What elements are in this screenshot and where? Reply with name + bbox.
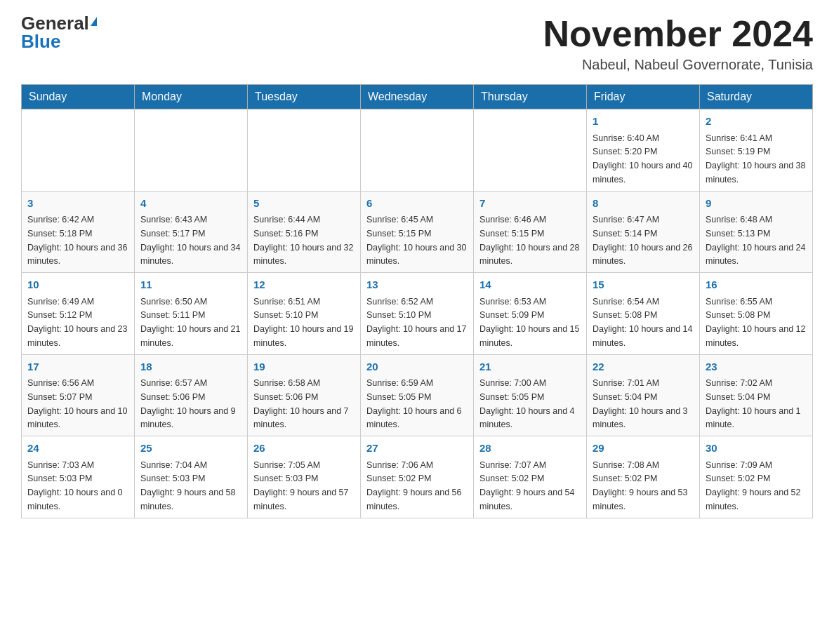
day-info: Sunrise: 6:51 AM Sunset: 5:10 PM Dayligh… bbox=[253, 297, 353, 348]
day-number: 24 bbox=[27, 441, 128, 457]
logo-triangle-icon bbox=[91, 17, 97, 26]
month-title: November 2024 bbox=[543, 14, 813, 54]
calendar-cell: 26Sunrise: 7:05 AM Sunset: 5:03 PM Dayli… bbox=[248, 436, 361, 518]
day-info: Sunrise: 6:45 AM Sunset: 5:15 PM Dayligh… bbox=[366, 215, 466, 266]
day-info: Sunrise: 6:46 AM Sunset: 5:15 PM Dayligh… bbox=[479, 215, 579, 266]
calendar-week-row: 3Sunrise: 6:42 AM Sunset: 5:18 PM Daylig… bbox=[22, 191, 813, 273]
day-info: Sunrise: 6:44 AM Sunset: 5:16 PM Dayligh… bbox=[253, 215, 353, 266]
day-number: 23 bbox=[706, 359, 807, 375]
day-info: Sunrise: 6:49 AM Sunset: 5:12 PM Dayligh… bbox=[27, 297, 127, 348]
calendar-cell: 17Sunrise: 6:56 AM Sunset: 5:07 PM Dayli… bbox=[22, 354, 135, 436]
calendar-cell: 7Sunrise: 6:46 AM Sunset: 5:15 PM Daylig… bbox=[474, 191, 587, 273]
calendar-cell: 14Sunrise: 6:53 AM Sunset: 5:09 PM Dayli… bbox=[474, 273, 587, 355]
title-block: November 2024 Nabeul, Nabeul Governorate… bbox=[543, 14, 813, 73]
calendar-cell: 11Sunrise: 6:50 AM Sunset: 5:11 PM Dayli… bbox=[135, 273, 248, 355]
day-number: 14 bbox=[479, 277, 581, 293]
day-number: 17 bbox=[27, 359, 128, 375]
day-info: Sunrise: 6:54 AM Sunset: 5:08 PM Dayligh… bbox=[593, 297, 692, 348]
calendar-cell: 13Sunrise: 6:52 AM Sunset: 5:10 PM Dayli… bbox=[361, 273, 474, 355]
day-of-week-header: Tuesday bbox=[248, 85, 361, 109]
day-info: Sunrise: 7:01 AM Sunset: 5:04 PM Dayligh… bbox=[593, 378, 688, 429]
calendar-cell: 10Sunrise: 6:49 AM Sunset: 5:12 PM Dayli… bbox=[22, 273, 135, 355]
day-number: 13 bbox=[366, 277, 468, 293]
calendar-cell: 19Sunrise: 6:58 AM Sunset: 5:06 PM Dayli… bbox=[248, 354, 361, 436]
day-info: Sunrise: 6:42 AM Sunset: 5:18 PM Dayligh… bbox=[27, 215, 127, 266]
calendar-cell: 16Sunrise: 6:55 AM Sunset: 5:08 PM Dayli… bbox=[700, 273, 813, 355]
day-number: 10 bbox=[27, 277, 128, 293]
day-number: 8 bbox=[593, 196, 694, 212]
day-of-week-header: Monday bbox=[135, 85, 248, 109]
calendar-cell: 8Sunrise: 6:47 AM Sunset: 5:14 PM Daylig… bbox=[587, 191, 700, 273]
day-number: 28 bbox=[479, 441, 581, 457]
calendar-cell: 22Sunrise: 7:01 AM Sunset: 5:04 PM Dayli… bbox=[587, 354, 700, 436]
day-number: 25 bbox=[140, 441, 241, 457]
day-number: 6 bbox=[366, 196, 468, 212]
day-number: 20 bbox=[366, 359, 468, 375]
logo-blue-text: Blue bbox=[21, 32, 60, 51]
day-info: Sunrise: 7:00 AM Sunset: 5:05 PM Dayligh… bbox=[479, 378, 575, 429]
day-info: Sunrise: 7:06 AM Sunset: 5:02 PM Dayligh… bbox=[366, 460, 462, 511]
day-info: Sunrise: 7:05 AM Sunset: 5:03 PM Dayligh… bbox=[253, 460, 349, 511]
day-info: Sunrise: 7:04 AM Sunset: 5:03 PM Dayligh… bbox=[140, 460, 236, 511]
day-info: Sunrise: 7:08 AM Sunset: 5:02 PM Dayligh… bbox=[593, 460, 688, 511]
day-info: Sunrise: 6:50 AM Sunset: 5:11 PM Dayligh… bbox=[140, 297, 240, 348]
day-info: Sunrise: 6:56 AM Sunset: 5:07 PM Dayligh… bbox=[27, 378, 127, 429]
day-info: Sunrise: 6:57 AM Sunset: 5:06 PM Dayligh… bbox=[140, 378, 236, 429]
day-number: 9 bbox=[706, 196, 807, 212]
calendar-cell: 5Sunrise: 6:44 AM Sunset: 5:16 PM Daylig… bbox=[248, 191, 361, 273]
day-number: 1 bbox=[593, 114, 694, 130]
calendar-cell: 30Sunrise: 7:09 AM Sunset: 5:02 PM Dayli… bbox=[700, 436, 813, 518]
calendar-table: SundayMondayTuesdayWednesdayThursdayFrid… bbox=[21, 84, 813, 518]
calendar-cell: 4Sunrise: 6:43 AM Sunset: 5:17 PM Daylig… bbox=[135, 191, 248, 273]
day-of-week-header: Saturday bbox=[700, 85, 813, 109]
calendar-cell: 21Sunrise: 7:00 AM Sunset: 5:05 PM Dayli… bbox=[474, 354, 587, 436]
day-info: Sunrise: 7:03 AM Sunset: 5:03 PM Dayligh… bbox=[27, 460, 123, 511]
calendar-week-row: 1Sunrise: 6:40 AM Sunset: 5:20 PM Daylig… bbox=[22, 109, 813, 192]
calendar-cell: 1Sunrise: 6:40 AM Sunset: 5:20 PM Daylig… bbox=[587, 109, 700, 192]
day-number: 22 bbox=[593, 359, 694, 375]
calendar-cell: 25Sunrise: 7:04 AM Sunset: 5:03 PM Dayli… bbox=[135, 436, 248, 518]
day-info: Sunrise: 7:09 AM Sunset: 5:02 PM Dayligh… bbox=[706, 460, 801, 511]
calendar-week-row: 10Sunrise: 6:49 AM Sunset: 5:12 PM Dayli… bbox=[22, 273, 813, 355]
day-number: 3 bbox=[27, 196, 128, 212]
day-number: 11 bbox=[140, 277, 241, 293]
calendar-cell: 23Sunrise: 7:02 AM Sunset: 5:04 PM Dayli… bbox=[700, 354, 813, 436]
day-number: 7 bbox=[479, 196, 581, 212]
calendar-week-row: 17Sunrise: 6:56 AM Sunset: 5:07 PM Dayli… bbox=[22, 354, 813, 436]
day-number: 27 bbox=[366, 441, 468, 457]
day-number: 12 bbox=[253, 277, 355, 293]
logo: General Blue bbox=[21, 14, 97, 51]
logo-general-text: General bbox=[21, 14, 89, 32]
calendar-cell bbox=[248, 109, 361, 192]
day-number: 2 bbox=[706, 114, 807, 130]
page-header: General Blue November 2024 Nabeul, Nabeu… bbox=[21, 14, 813, 73]
calendar-cell: 3Sunrise: 6:42 AM Sunset: 5:18 PM Daylig… bbox=[22, 191, 135, 273]
calendar-cell: 6Sunrise: 6:45 AM Sunset: 5:15 PM Daylig… bbox=[361, 191, 474, 273]
day-info: Sunrise: 6:58 AM Sunset: 5:06 PM Dayligh… bbox=[253, 378, 349, 429]
day-of-week-header: Thursday bbox=[474, 85, 587, 109]
calendar-cell: 18Sunrise: 6:57 AM Sunset: 5:06 PM Dayli… bbox=[135, 354, 248, 436]
day-number: 30 bbox=[706, 441, 807, 457]
calendar-cell bbox=[474, 109, 587, 192]
day-info: Sunrise: 6:59 AM Sunset: 5:05 PM Dayligh… bbox=[366, 378, 462, 429]
calendar-cell: 15Sunrise: 6:54 AM Sunset: 5:08 PM Dayli… bbox=[587, 273, 700, 355]
day-number: 29 bbox=[593, 441, 694, 457]
day-of-week-header: Wednesday bbox=[361, 85, 474, 109]
calendar-cell: 29Sunrise: 7:08 AM Sunset: 5:02 PM Dayli… bbox=[587, 436, 700, 518]
calendar-week-row: 24Sunrise: 7:03 AM Sunset: 5:03 PM Dayli… bbox=[22, 436, 813, 518]
calendar-cell: 28Sunrise: 7:07 AM Sunset: 5:02 PM Dayli… bbox=[474, 436, 587, 518]
day-info: Sunrise: 7:02 AM Sunset: 5:04 PM Dayligh… bbox=[706, 378, 801, 429]
day-info: Sunrise: 6:55 AM Sunset: 5:08 PM Dayligh… bbox=[706, 297, 805, 348]
location-subtitle: Nabeul, Nabeul Governorate, Tunisia bbox=[543, 57, 813, 73]
calendar-cell bbox=[22, 109, 135, 192]
day-number: 18 bbox=[140, 359, 241, 375]
day-info: Sunrise: 6:48 AM Sunset: 5:13 PM Dayligh… bbox=[706, 215, 805, 266]
day-number: 26 bbox=[253, 441, 355, 457]
day-number: 16 bbox=[706, 277, 807, 293]
calendar-cell: 2Sunrise: 6:41 AM Sunset: 5:19 PM Daylig… bbox=[700, 109, 813, 192]
day-info: Sunrise: 7:07 AM Sunset: 5:02 PM Dayligh… bbox=[479, 460, 575, 511]
day-number: 19 bbox=[253, 359, 355, 375]
calendar-cell: 9Sunrise: 6:48 AM Sunset: 5:13 PM Daylig… bbox=[700, 191, 813, 273]
day-info: Sunrise: 6:47 AM Sunset: 5:14 PM Dayligh… bbox=[593, 215, 692, 266]
day-number: 15 bbox=[593, 277, 694, 293]
